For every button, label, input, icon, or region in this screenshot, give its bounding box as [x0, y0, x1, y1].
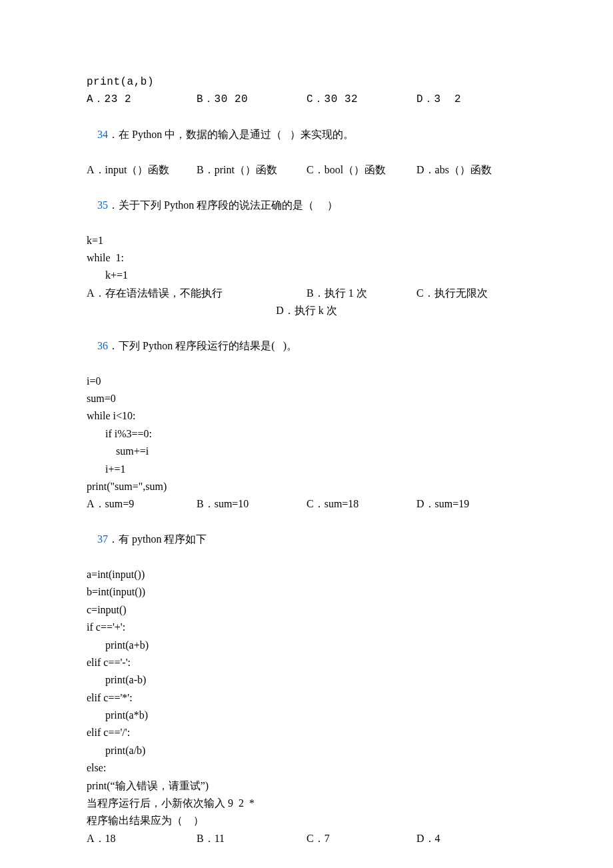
q35-code-3: k+=1 [87, 267, 526, 284]
q36-number: 36 [97, 340, 108, 351]
q35-options-row1: A．存在语法错误，不能执行 B．执行 1 次 C．执行无限次 [87, 285, 526, 302]
q36-code-2: sum=0 [87, 390, 526, 407]
q34-stem-text: ．在 Python 中，数据的输入是通过（ ）来实现的。 [108, 129, 354, 140]
page-content: print(a,b) A．23 2 B．30 20 C．30 32 D．3 2 … [0, 0, 613, 868]
q34-number: 34 [97, 129, 108, 140]
q34-opt-d: D．abs（）函数 [416, 161, 526, 179]
q34-opt-a: A．input（）函数 [87, 161, 197, 179]
q34-opt-c: C．bool（）函数 [306, 161, 416, 179]
q37-opt-a: A．18 [87, 830, 197, 847]
q38-stem: 38．下列 python 表达式中， 值为字符串类型的是（ ） [87, 847, 526, 868]
q37-opt-d: D．4 [416, 830, 526, 847]
q33-opt-c: C．30 32 [306, 91, 416, 108]
q34-options: A．input（）函数 B．print（）函数 C．bool（）函数 D．abs… [87, 161, 526, 179]
q35-stem: 35．关于下列 Python 程序段的说法正确的是（ ） [87, 179, 526, 231]
q37-code-12: else: [87, 759, 526, 777]
q37-number: 37 [97, 533, 108, 545]
q37-code-5: print(a+b) [87, 637, 526, 654]
q37-code-11: print(a/b) [87, 742, 526, 759]
q35-opt-c: C．执行无限次 [416, 285, 526, 302]
q36-opt-b: B．sum=10 [197, 495, 306, 513]
q34-stem: 34．在 Python 中，数据的输入是通过（ ）来实现的。 [87, 109, 526, 161]
q37-code-2: b=int(input()) [87, 583, 526, 601]
q37-code-6: elif c=='-': [87, 654, 526, 671]
q37-code-10: elif c=='/': [87, 724, 526, 741]
q37-code-7: print(a-b) [87, 671, 526, 689]
q36-stem: 36．下列 Python 程序段运行的结果是( )。 [87, 319, 526, 372]
q35-opt-a: A．存在语法错误，不能执行 [87, 285, 306, 302]
q35-code-2: while 1: [87, 249, 526, 267]
q33-code-line: print(a,b) [87, 73, 526, 91]
q36-stem-text: ．下列 Python 程序段运行的结果是( )。 [108, 340, 297, 351]
q35-options-row2: D．执行 k 次 [87, 302, 526, 319]
q37-code-3: c=input() [87, 601, 526, 619]
q36-opt-d: D．sum=19 [416, 495, 526, 513]
q37-code-9: print(a*b) [87, 707, 526, 724]
q36-code-6: i+=1 [87, 461, 526, 478]
q33-opt-a: A．23 2 [87, 91, 197, 108]
q37-code-13: print(“输入错误，请重试”) [87, 777, 526, 795]
q33-opt-b: B．30 20 [197, 91, 306, 108]
q35-number: 35 [97, 199, 108, 211]
q36-opt-a: A．sum=9 [87, 495, 197, 513]
q36-code-7: print("sum=",sum) [87, 478, 526, 495]
q36-code-3: while i<10: [87, 407, 526, 425]
q37-code-1: a=int(input()) [87, 566, 526, 583]
q36-opt-c: C．sum=18 [306, 495, 416, 513]
q37-run-2: 程序输出结果应为（ ） [87, 812, 526, 829]
q36-code-1: i=0 [87, 373, 526, 390]
q36-code-4: if i%3==0: [87, 425, 526, 443]
q36-code-5: sum+=i [87, 443, 526, 460]
q34-opt-b: B．print（）函数 [197, 161, 306, 179]
q35-opt-b: B．执行 1 次 [306, 285, 416, 302]
q37-stem: 37．有 python 程序如下 [87, 513, 526, 566]
q37-code-8: elif c=='*': [87, 689, 526, 707]
q33-opt-d: D．3 2 [416, 91, 526, 108]
q35-code-1: k=1 [87, 232, 526, 249]
q37-run-1: 当程序运行后，小新依次输入 9 2 * [87, 795, 526, 812]
q35-opt-d: D．执行 k 次 [87, 302, 526, 319]
q37-stem-text: ．有 python 程序如下 [108, 533, 207, 545]
q37-options: A．18 B．11 C．7 D．4 [87, 830, 526, 847]
q33-options: A．23 2 B．30 20 C．30 32 D．3 2 [87, 91, 526, 108]
q37-opt-c: C．7 [306, 830, 416, 847]
q37-opt-b: B．11 [197, 830, 306, 847]
q36-options: A．sum=9 B．sum=10 C．sum=18 D．sum=19 [87, 495, 526, 513]
q37-code-4: if c=='+': [87, 619, 526, 636]
q35-stem-text: ．关于下列 Python 程序段的说法正确的是（ ） [108, 199, 338, 211]
